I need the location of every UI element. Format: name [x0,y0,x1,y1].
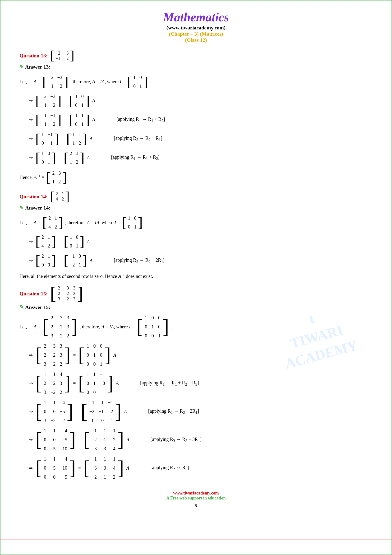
q13-matrix: [ 2−3 −12 ] [50,50,74,61]
pencil-icon-15: ✎ [20,303,24,312]
eq-row-13-2: ⇒ [ 1−1 −12 ] = [ 11 01 ] A [applying R1… [29,111,372,128]
question-15-block: Question 15: [ 2−33 223 3−22 ] [20,286,372,302]
page: Mathematics (www.tiwariacademy.com) (Cha… [0,0,392,555]
eq-row-15-5: ⇒ [ 114 0−5−10 00−5 ] = [ 11−1 −3−34 −2−… [29,455,372,481]
footer: www.tiwariacademy.com A Free web support… [20,491,372,501]
question-13-block: Question 13: [ 2−3 −12 ] [20,50,372,61]
hence-line-13: Hence, A−1 = [ 23 12 ] [20,169,372,186]
note-14: Here, all the elements of second row is … [20,272,372,280]
answer-14-block: ✎ Answer 14: Let, A = [ 21 42 ] , theref… [20,203,372,281]
answer-14-label: ✎ Answer 14: [20,203,372,213]
pencil-icon-14: ✎ [20,203,24,213]
eq-row-15-2: ⇒ [ 114 223 3−22 ] = [ 11−1 010 001 ] [29,370,372,396]
eq-row-15-1: ⇒ [ 2−33 223 3−22 ] = [ 100 010 001 ] [29,342,372,368]
let-line-14: Let, A = [ 21 42 ] , therefore, A = IA, … [20,214,372,231]
question-13-header: Question 13: [ 2−3 −12 ] [20,50,372,61]
question-14-label: Question 14: [20,194,48,200]
matrix-cells: 2−3 −12 [54,51,70,61]
footer-tagline: A Free web support in education [20,496,372,501]
let-line-13: Let, A = [ 2−3 −12 ] , therefore, A = IA… [20,73,372,90]
question-15-header: Question 15: [ 2−33 223 3−22 ] [20,286,372,302]
eq-row-13-4: ⇒ [ 10 01 ] = [ 23 12 ] A [applying R1 →… [29,149,372,166]
question-13-label: Question 13: [20,53,48,59]
let-line-15: Let, A = [ 2−33 223 3−22 ] , therefore, … [20,314,372,340]
answer-13-block: ✎ Answer 13: Let, A = [ 2−3 −12 ] , ther… [20,62,372,186]
eq-row-15-4: ⇒ [ 114 00−5 0−5−10 ] = [ 11−1 −2−12 −3−… [29,426,372,453]
eq-row-15-3: ⇒ [ 114 00−5 3−22 ] = [ 11−1 −2−12 001 ] [29,398,372,425]
eq-row-13-1: ⇒ [ 2−3 −12 ] = [ 10 01 ] A [29,92,372,110]
page-title: Mathematics [20,10,372,25]
q14-matrix: [ 21 42 ] [50,191,70,202]
eq-row-13-3: ⇒ [ 1−1 01 ] = [ 11 12 ] A [applying R2 … [29,130,372,147]
question-14-header: Question 14: [ 21 42 ] [20,191,372,202]
header-chapter: (Chapter – 3) (Matrices) [20,31,372,37]
bracket-right: ] [70,50,74,61]
question-15-label: Question 15: [20,291,48,297]
q15-matrix: [ 2−33 223 3−22 ] [50,286,83,302]
identity-2x2: [ 10 01 ] [127,73,148,90]
header: Mathematics (www.tiwariacademy.com) (Cha… [20,10,372,43]
footer-website: www.tiwariacademy.com [20,491,372,496]
pencil-icon: ✎ [20,62,24,72]
answer-15-block: ✎ Answer 15: Let, A = [ 2−33 223 3−22 ] … [20,303,372,481]
header-class: (Class 12) [20,37,372,43]
bracket-left: [ [50,50,54,61]
answer-13-label: ✎ Answer 13: [20,62,372,72]
eq-row-14-2: ⇒ [ 21 00 ] = [ 10 −21 ] A [applying R2 … [29,252,372,269]
page-number: 5 [20,503,372,509]
question-14-block: Question 14: [ 21 42 ] [20,191,372,202]
bottom-bar [0,540,392,540]
a13-matrix: [ 2−3 −12 ] [42,73,69,90]
answer-15-label: ✎ Answer 15: [20,303,372,312]
eq-row-14-1: ⇒ [ 21 42 ] = [ 10 01 ] A [29,233,372,250]
header-website: (www.tiwariacademy.com) [20,25,372,31]
